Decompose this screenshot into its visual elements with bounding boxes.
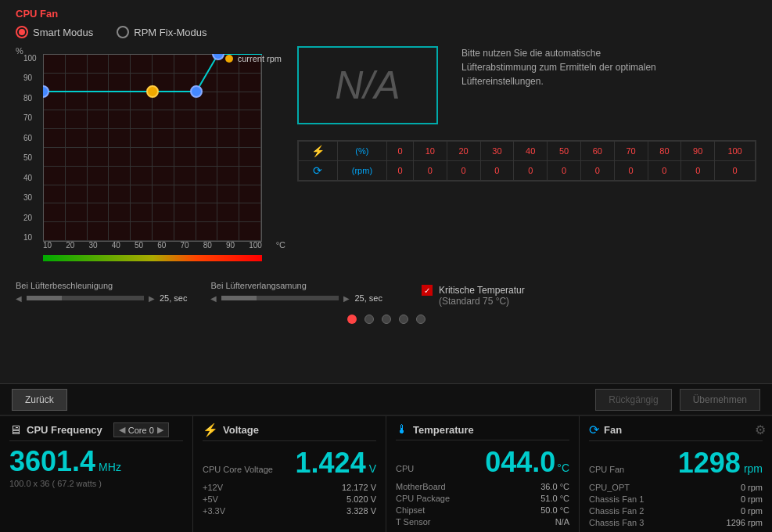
cpu-temp-row: CPU 044.0 °C bbox=[396, 447, 569, 480]
acceleration-right-arrow[interactable]: ▶ bbox=[149, 294, 155, 303]
cpu-fan-row: CPU Fan 1298 rpm bbox=[589, 448, 763, 480]
acceleration-label: Bei Lüfterbeschleunigung bbox=[16, 281, 187, 290]
temp-icon: 🌡 bbox=[396, 422, 408, 437]
temp-title: Temperature bbox=[413, 424, 474, 436]
core-left-arrow[interactable]: ◀ bbox=[119, 425, 125, 435]
cpu-freq-sub: 100.0 x 36 ( 67.2 watts ) bbox=[9, 479, 183, 488]
acceleration-fill bbox=[27, 296, 62, 300]
kritische-label: Kritische Temperatur bbox=[439, 285, 525, 296]
info-text: Bitte nutzen Sie die automatische Lüfter… bbox=[461, 46, 657, 88]
legend-dot bbox=[225, 55, 233, 63]
tsensor-value: N/A bbox=[555, 517, 569, 527]
core-selector[interactable]: ◀ Core 0 ▶ bbox=[113, 422, 169, 437]
cpu-temp-value: 044.0 bbox=[485, 448, 555, 476]
undo-button[interactable]: Rückgängig bbox=[595, 389, 671, 411]
y-axis-label: % bbox=[16, 46, 23, 56]
fan-panel: ⟳ Fan CPU Fan 1298 rpm CPU_OPT 0 rpm Cha… bbox=[580, 416, 772, 532]
gear-icon[interactable]: ⚙ bbox=[755, 422, 766, 437]
voltage-icon: ⚡ bbox=[203, 422, 218, 437]
kritische-checkbox[interactable]: ✓ bbox=[422, 285, 433, 296]
y-labels: 100 90 80 70 60 50 40 30 20 10 bbox=[23, 54, 37, 242]
deceleration-track[interactable] bbox=[221, 296, 339, 300]
core-label: Core 0 bbox=[128, 426, 154, 435]
rpm-7: 0 bbox=[614, 161, 648, 181]
deceleration-label: Bei Lüfterverlangsamung bbox=[210, 281, 382, 290]
status-bar: 🖥 CPU Frequency ◀ Core 0 ▶ 3601.4 MHz 10… bbox=[0, 415, 772, 532]
volt-33v-value: 3.328 V bbox=[347, 506, 376, 516]
tsensor-label: T Sensor bbox=[396, 517, 430, 527]
rpm-mode-label: RPM Fix-Modus bbox=[134, 27, 206, 38]
mode-selector: Smart Modus RPM Fix-Modus bbox=[16, 26, 756, 38]
rpm-4: 0 bbox=[514, 161, 548, 181]
smart-mode-radio[interactable] bbox=[16, 26, 28, 38]
volt-12v-value: 12.172 V bbox=[342, 483, 376, 492]
rpm-3: 0 bbox=[480, 161, 514, 181]
chart-grid-inner bbox=[44, 55, 261, 241]
pct-table: ⚡ (%) 0 10 20 30 40 50 60 70 80 90 100 bbox=[297, 140, 756, 182]
fan-icon-cell: ⟳ bbox=[299, 161, 338, 181]
volt-5v-label: +5V bbox=[203, 494, 218, 504]
chassis-fan3-label: Chassis Fan 3 bbox=[589, 518, 644, 527]
dot-1[interactable] bbox=[347, 315, 357, 324]
dot-3[interactable] bbox=[382, 315, 391, 324]
cpu-freq-value: 3601.4 bbox=[9, 448, 95, 476]
acceleration-value: 25, sec bbox=[160, 293, 187, 303]
core-right-arrow[interactable]: ▶ bbox=[157, 425, 163, 435]
chassis-fan2-label: Chassis Fan 2 bbox=[589, 506, 644, 516]
cpu-freq-title: CPU Frequency bbox=[27, 424, 102, 436]
rpm-8: 0 bbox=[648, 161, 681, 181]
volt-row-5v: +5V 5.020 V bbox=[203, 494, 376, 504]
acceleration-left-arrow[interactable]: ◀ bbox=[16, 294, 22, 303]
pct-0: 0 bbox=[387, 142, 414, 161]
cpu-voltage-unit: V bbox=[369, 462, 376, 475]
cpu-fan-value: 1298 bbox=[678, 449, 741, 477]
temp-row-tsensor: T Sensor N/A bbox=[396, 517, 569, 527]
back-button[interactable]: Zurück bbox=[12, 389, 67, 411]
cpu-voltage-label: CPU Core Voltage bbox=[203, 465, 273, 474]
apply-button[interactable]: Übernehmen bbox=[680, 389, 760, 411]
deceleration-value: 25, sec bbox=[354, 293, 382, 303]
cpu-opt-label: CPU_OPT bbox=[589, 483, 630, 492]
temperature-panel: 🌡 Temperature CPU 044.0 °C MotherBoard 3… bbox=[386, 416, 580, 532]
volt-33v-label: +3.3V bbox=[203, 506, 225, 516]
chassis-fan3-value: 1296 rpm bbox=[727, 518, 763, 527]
deceleration-right-arrow[interactable]: ▶ bbox=[343, 294, 350, 303]
deceleration-left-arrow[interactable]: ◀ bbox=[210, 294, 217, 303]
acceleration-track[interactable] bbox=[27, 296, 144, 300]
x-axis-unit: °C bbox=[276, 240, 285, 250]
chassis-fan1-value: 0 rpm bbox=[741, 494, 763, 504]
pct-60: 60 bbox=[580, 142, 614, 161]
rpm-mode-option[interactable]: RPM Fix-Modus bbox=[117, 26, 206, 38]
chipset-temp-value: 50.0 °C bbox=[540, 505, 569, 515]
deceleration-slider-row: ◀ ▶ 25, sec bbox=[210, 293, 382, 303]
temperature-color-bar bbox=[43, 255, 262, 261]
mb-temp-value: 36.0 °C bbox=[540, 482, 569, 491]
right-panel-top: N/A Bitte nutzen Sie die automatische Lü… bbox=[297, 46, 756, 124]
pct-40: 40 bbox=[514, 142, 548, 161]
mb-temp-label: MotherBoard bbox=[396, 482, 446, 491]
smart-mode-option[interactable]: Smart Modus bbox=[16, 26, 93, 38]
rpm-row: ⟳ (rpm) 0 0 0 0 0 0 0 0 0 0 0 bbox=[299, 161, 756, 181]
na-text: N/A bbox=[335, 63, 400, 108]
pct-90: 90 bbox=[681, 142, 715, 161]
rpm-mode-radio[interactable] bbox=[117, 26, 129, 38]
x-labels: 10 20 30 40 50 60 70 80 90 100 bbox=[43, 241, 262, 250]
volt-row-12v: +12V 12.172 V bbox=[203, 483, 376, 492]
rpm-6: 0 bbox=[580, 161, 614, 181]
cpu-freq-unit: MHz bbox=[99, 461, 121, 473]
chipset-temp-label: Chipset bbox=[396, 505, 425, 515]
chart-grid bbox=[43, 54, 262, 242]
fan-icon: ⟳ bbox=[313, 164, 322, 177]
volt-row-33v: +3.3V 3.328 V bbox=[203, 506, 376, 516]
dot-4[interactable] bbox=[399, 315, 408, 324]
dot-2[interactable] bbox=[364, 315, 374, 324]
chart-area: % 100 90 80 70 60 50 40 30 20 10 bbox=[16, 46, 756, 265]
sliders-section: Bei Lüfterbeschleunigung ◀ ▶ 25, sec Bei… bbox=[16, 277, 756, 307]
volt-5v-value: 5.020 V bbox=[347, 494, 376, 504]
rpm-2: 0 bbox=[447, 161, 480, 181]
dot-5[interactable] bbox=[416, 315, 425, 324]
fan-row-chassis3: Chassis Fan 3 1296 rpm bbox=[589, 518, 763, 527]
kritische-section: ✓ Kritische Temperatur (Standard 75 °C) bbox=[422, 285, 525, 307]
pct-row: ⚡ (%) 0 10 20 30 40 50 60 70 80 90 100 bbox=[299, 142, 756, 161]
rpm-10: 0 bbox=[715, 161, 756, 181]
